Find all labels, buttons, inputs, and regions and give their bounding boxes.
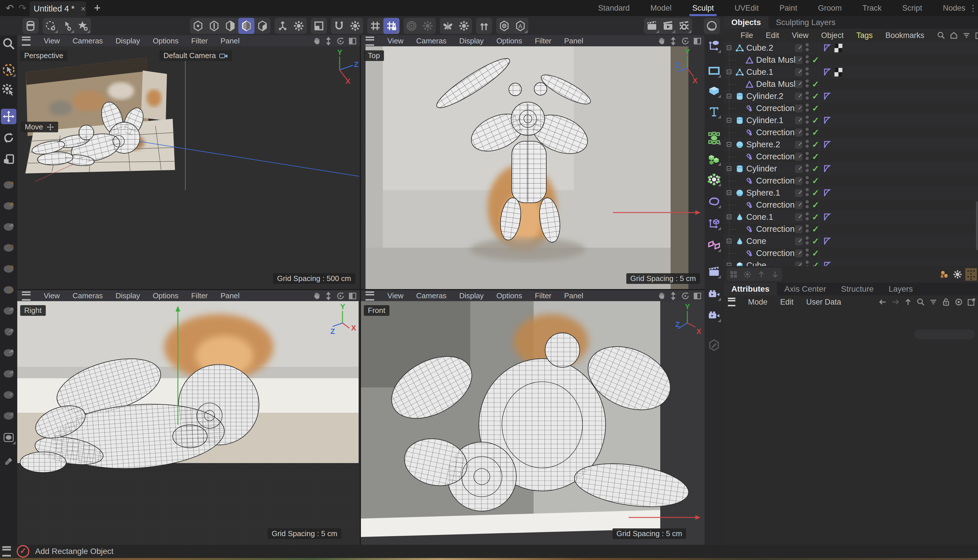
model-mode-icon[interactable] — [254, 18, 271, 34]
forward-arrow-icon[interactable] — [891, 298, 900, 306]
render-view-icon[interactable] — [644, 18, 660, 34]
viewport-menu-display[interactable]: Display — [115, 37, 140, 45]
axis-settings-icon[interactable] — [291, 18, 307, 34]
dolly-zoom-icon[interactable] — [669, 292, 677, 300]
collapse-toggle-icon[interactable]: − — [727, 190, 731, 195]
pick-selection-icon[interactable] — [59, 18, 75, 34]
edit-toggle-icon[interactable] — [795, 213, 802, 221]
workspace-tab-standard[interactable]: Standard — [597, 1, 631, 15]
object-name[interactable]: Cube — [746, 261, 766, 266]
object-name[interactable]: Correction — [756, 248, 795, 258]
brush-knife-tool-icon[interactable] — [1, 261, 17, 276]
brush-scrape-tool-icon[interactable] — [1, 365, 17, 381]
null-object-icon[interactable] — [706, 215, 722, 231]
menu-edit[interactable]: Edit — [780, 298, 794, 307]
object-name[interactable]: Cube.2 — [746, 43, 773, 53]
tree-settings-gear-icon[interactable] — [741, 268, 754, 281]
workspace-tab-sculpt[interactable]: Sculpt — [691, 1, 715, 15]
visibility-dots[interactable] — [806, 128, 809, 137]
search-icon[interactable] — [916, 298, 925, 306]
edit-toggle-icon[interactable] — [795, 128, 802, 137]
volume-builder-icon[interactable] — [706, 151, 722, 167]
object-name[interactable]: Cone.1 — [746, 212, 773, 222]
symmetry-icon[interactable] — [440, 18, 456, 34]
object-row-sphere-1[interactable]: −Sphere.1✓ — [724, 187, 978, 199]
tree-scrollbar[interactable] — [976, 201, 978, 250]
viewport-menu-cameras[interactable]: Cameras — [416, 292, 446, 300]
object-row-cylinder-1[interactable]: −Cylinder.1✓ — [724, 115, 978, 127]
menu-object[interactable]: Object — [821, 31, 844, 40]
motion-camera-icon[interactable] — [706, 307, 722, 323]
viewport-menu-icon[interactable] — [366, 37, 374, 46]
phong-tag-icon[interactable] — [823, 165, 831, 174]
menu-edit[interactable]: Edit — [766, 31, 779, 40]
workspace-tab-groom[interactable]: Groom — [817, 1, 843, 15]
brush-amplify-tool-icon[interactable] — [1, 387, 17, 402]
tab-axis-center[interactable]: Axis Center — [777, 283, 834, 295]
object-row-delta-mush[interactable]: Delta Mush✓ — [724, 78, 978, 90]
magnet-icon[interactable] — [331, 18, 347, 34]
phong-tag-icon[interactable] — [823, 44, 831, 53]
brush-repeat-tool-icon[interactable] — [1, 282, 17, 297]
object-name[interactable]: Sphere.1 — [746, 188, 780, 198]
object-row-cube[interactable]: −Cube✓ — [724, 260, 978, 266]
visibility-dots[interactable] — [806, 43, 809, 53]
viewport-menu-cameras[interactable]: Cameras — [72, 292, 103, 300]
viewport-menu-view[interactable]: View — [44, 37, 60, 45]
erase-tool-icon[interactable] — [1, 452, 17, 468]
tab-sculpting-layers[interactable]: Sculpting Layers — [769, 16, 843, 29]
visibility-dots[interactable] — [806, 248, 809, 258]
object-row-correction[interactable]: Correction✓ — [724, 127, 978, 138]
viewport-menu-filter[interactable]: Filter — [535, 37, 552, 45]
spline-pen-icon[interactable] — [706, 38, 722, 54]
status-menu-icon[interactable] — [2, 546, 11, 557]
viewport-menu-view[interactable]: View — [388, 37, 403, 45]
viewport-menu-filter[interactable]: Filter — [535, 292, 552, 300]
workplane-icon[interactable] — [311, 18, 327, 34]
undo-icon[interactable]: ↶ — [4, 2, 15, 14]
toggle-view-icon[interactable] — [348, 292, 357, 300]
edit-toggle-icon[interactable] — [795, 262, 802, 266]
object-row-cone-1[interactable]: −Cone.1✓ — [724, 211, 978, 223]
viewport-menu-icon[interactable] — [22, 37, 30, 46]
brush-wax-tool-icon[interactable] — [1, 240, 17, 255]
object-name[interactable]: Delta Mush — [756, 55, 798, 65]
enabled-check-icon[interactable]: ✓ — [812, 55, 819, 65]
object-name[interactable]: Sphere.2 — [746, 140, 780, 149]
viewport-menu-panel[interactable]: Panel — [564, 37, 583, 45]
subdivision-surface-icon[interactable] — [706, 130, 722, 146]
object-name[interactable]: Cylinder — [746, 164, 777, 173]
enabled-check-icon[interactable]: ✓ — [812, 212, 819, 222]
star-selection-icon[interactable] — [75, 18, 91, 34]
enabled-check-icon[interactable]: ✓ — [812, 248, 819, 258]
render-preview-icon[interactable] — [706, 264, 722, 279]
grid-snap-icon[interactable] — [367, 18, 383, 34]
object-row-cube-1[interactable]: −Cube.1 — [724, 66, 978, 78]
brush-smooth-tool-icon[interactable] — [1, 218, 17, 234]
brush-inflate-tool-icon[interactable] — [1, 323, 17, 339]
live-selection-tool-icon[interactable] — [1, 62, 17, 78]
enabled-check-icon[interactable]: ✓ — [812, 115, 819, 125]
brush-pull-tool-icon[interactable] — [1, 177, 17, 192]
viewport-menu-options[interactable]: Options — [153, 37, 179, 45]
viewport-menu-icon[interactable] — [366, 292, 374, 300]
dolly-zoom-icon[interactable] — [324, 292, 333, 300]
workspace-tab-model[interactable]: Model — [649, 1, 673, 15]
menu-view[interactable]: View — [792, 31, 809, 40]
visibility-dots[interactable] — [806, 92, 809, 101]
viewport-menu-cameras[interactable]: Cameras — [416, 37, 446, 45]
edit-toggle-icon[interactable] — [795, 117, 802, 125]
toggle-view-icon[interactable] — [693, 292, 702, 300]
pan-hand-icon[interactable] — [312, 37, 321, 45]
collapse-toggle-icon[interactable]: − — [727, 94, 731, 98]
brush-grab-tool-icon[interactable] — [1, 198, 17, 213]
close-tab-icon[interactable]: × — [81, 4, 85, 13]
pan-hand-icon[interactable] — [657, 37, 665, 45]
workspace-tab-track[interactable]: Track — [861, 1, 883, 15]
viewport-label[interactable]: Perspective — [20, 50, 67, 61]
tab-attributes[interactable]: Attributes — [724, 283, 777, 295]
phong-tag-icon[interactable] — [823, 237, 831, 247]
viewport-menu-options[interactable]: Options — [153, 292, 179, 300]
visibility-dots[interactable] — [806, 188, 809, 198]
edit-toggle-icon[interactable] — [795, 141, 802, 149]
